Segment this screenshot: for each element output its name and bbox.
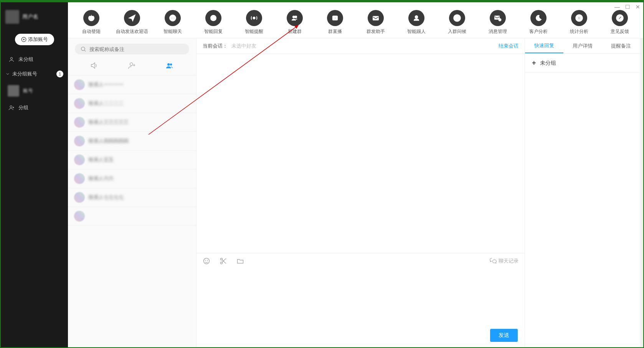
folder-icon[interactable] (236, 257, 244, 265)
svg-point-9 (172, 18, 173, 18)
power-icon (83, 10, 99, 26)
contact-avatar (74, 79, 85, 90)
tool-join-greet[interactable]: HI入群问候 (437, 10, 477, 35)
contact-name: 联系人七七七七 (89, 194, 124, 201)
tool-auto-login[interactable]: 自动登陆 (71, 10, 112, 35)
contact-row[interactable]: 联系人七七七七 (68, 188, 196, 207)
person-icon (8, 56, 15, 62)
detail-tab-userinfo[interactable]: 用户详情 (563, 38, 602, 53)
contact-row[interactable]: 联系人六六 (68, 169, 196, 188)
detail-panel: 快速回复 用户详情 提醒备注 + 未分组 (525, 38, 640, 347)
contact-row[interactable]: 联系人二二二二 (68, 94, 196, 113)
tool-smart-chat[interactable]: 智能聊天 (152, 10, 193, 35)
svg-point-24 (500, 19, 500, 20)
svg-point-34 (167, 63, 170, 66)
contact-avatar (74, 136, 85, 146)
end-session-button[interactable]: 结束会话 (499, 43, 519, 49)
tool-feedback[interactable]: 意见反馈 (599, 10, 640, 35)
profile[interactable]: 用户名 (1, 7, 68, 27)
person-plus-icon (8, 105, 15, 111)
search-box[interactable] (75, 44, 189, 54)
scissors-icon[interactable] (220, 257, 227, 265)
chevron-down-icon (5, 72, 10, 76)
svg-rect-18 (373, 16, 379, 20)
mail-many-icon (368, 10, 384, 26)
moon-icon (530, 10, 547, 26)
contact-row[interactable] (68, 207, 196, 226)
account-row[interactable]: 账号 (1, 81, 68, 100)
contact-avatar (74, 211, 85, 222)
svg-point-12 (213, 16, 214, 18)
tool-customer[interactable]: 客户分析 (518, 10, 559, 35)
detail-tab-reminder[interactable]: 提醒备注 (602, 38, 640, 53)
mail-gear-icon (490, 10, 506, 26)
sidebar-item-ungrouped[interactable]: 未分组 (1, 52, 68, 67)
speaker-icon (89, 61, 99, 70)
send-button[interactable]: 发送 (490, 329, 518, 342)
live-icon (327, 10, 343, 26)
contact-tab-broadcast[interactable] (82, 60, 107, 73)
tool-group-live[interactable]: 群直播 (315, 10, 356, 35)
person-add-icon (127, 61, 137, 70)
contact-tab-friends[interactable] (119, 60, 145, 73)
chat-icon (165, 10, 181, 26)
person-x-icon (408, 10, 424, 26)
maximize-button[interactable]: ☐ (625, 4, 630, 10)
content: 联系人一一一一联系人二二二二联系人三三三三三联系人四四四四四联系人五五联系人六六… (68, 38, 643, 347)
close-button[interactable]: ✕ (636, 4, 640, 10)
contacts-panel: 联系人一一一一联系人二二二二联系人三三三三三联系人四四四四四联系人五五联系人六六… (68, 38, 197, 347)
minimize-button[interactable]: — (614, 4, 620, 10)
plus-icon: + (532, 59, 536, 67)
search-icon (80, 46, 86, 52)
tool-msg-manage[interactable]: 消息管理 (477, 10, 518, 35)
svg-point-31 (130, 63, 133, 66)
tool-auto-welcome[interactable]: 自动发送欢迎语 (112, 10, 152, 35)
tool-new-group[interactable]: 新建群 (274, 10, 315, 35)
contact-tab-groups[interactable] (157, 60, 182, 73)
scrollbar[interactable] (640, 38, 643, 347)
contact-row[interactable]: 联系人一一一一 (68, 76, 196, 94)
chat-input-toolbar: 聊天记录 (197, 253, 525, 269)
detail-body: + 未分组 (525, 54, 640, 347)
detail-tab-quickreply[interactable]: 快速回复 (525, 38, 563, 53)
profile-avatar (5, 10, 19, 24)
chat-textarea[interactable] (197, 269, 525, 329)
contact-row[interactable]: 联系人四四四四四 (68, 132, 196, 151)
contact-name: 联系人四四四四四 (89, 138, 129, 144)
contact-name: 联系人三三三三三 (89, 119, 129, 126)
chat-log-link[interactable]: 聊天记录 (489, 257, 519, 265)
svg-point-35 (170, 64, 172, 66)
chat-panel: 当前会话： 未选中好友 结束会话 (197, 38, 525, 347)
search-input[interactable] (89, 46, 184, 52)
broadcast-icon (246, 10, 262, 26)
chat-header-label: 当前会话： (203, 43, 228, 49)
contact-tabs (68, 58, 196, 75)
svg-point-14 (292, 16, 295, 18)
sidebar-collapse-ungrouped-accounts[interactable]: 未分组账号 1 (1, 67, 68, 81)
contact-name: 联系人五五 (89, 156, 114, 163)
add-account-button[interactable]: 添加账号 (15, 34, 54, 45)
headset-icon (205, 10, 221, 26)
contact-list: 联系人一一一一联系人二二二二联系人三三三三三联系人四四四四四联系人五五联系人六六… (68, 75, 196, 347)
tool-smart-remind[interactable]: 智能提醒 (234, 10, 274, 35)
tool-smart-reply[interactable]: 智能回复 (193, 10, 234, 35)
hi-icon: HI (449, 10, 465, 26)
tool-stats[interactable]: 统计分析 (559, 10, 599, 35)
contact-avatar (74, 98, 85, 109)
svg-point-38 (205, 260, 206, 261)
chat-messages (197, 54, 525, 253)
detail-tabs: 快速回复 用户详情 提醒备注 (525, 38, 640, 54)
contact-row[interactable]: 联系人五五 (68, 151, 196, 169)
wechat-icon (489, 257, 497, 265)
svg-rect-26 (578, 16, 579, 19)
chat-header-value: 未选中好友 (231, 43, 256, 49)
svg-point-15 (295, 16, 297, 18)
emoji-icon[interactable] (203, 257, 210, 265)
pause-icon (571, 10, 587, 26)
svg-point-10 (173, 18, 174, 18)
tool-smart-kick[interactable]: 智能踢人 (396, 10, 437, 35)
tool-mass-send[interactable]: 群发助手 (355, 10, 396, 35)
contact-row[interactable]: 联系人三三三三三 (68, 113, 196, 132)
detail-group-ungrouped[interactable]: + 未分组 (525, 54, 640, 73)
sidebar-item-group[interactable]: 分组 (1, 100, 68, 115)
